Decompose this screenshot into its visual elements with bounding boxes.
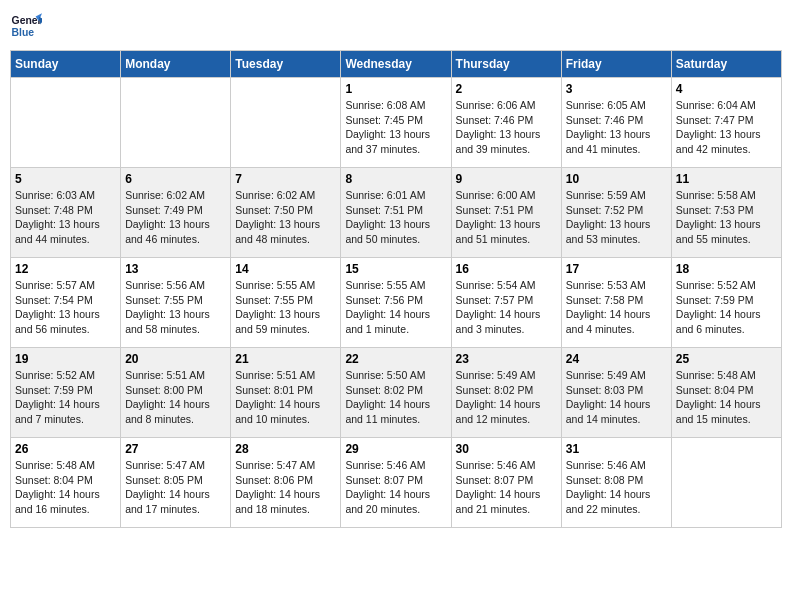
calendar-cell: 11Sunrise: 5:58 AM Sunset: 7:53 PM Dayli… [671, 168, 781, 258]
logo-icon: General Blue [10, 10, 42, 42]
day-info: Sunrise: 5:52 AM Sunset: 7:59 PM Dayligh… [676, 278, 777, 337]
day-number: 26 [15, 442, 116, 456]
calendar-cell [11, 78, 121, 168]
day-info: Sunrise: 6:01 AM Sunset: 7:51 PM Dayligh… [345, 188, 446, 247]
weekday-header-row: SundayMondayTuesdayWednesdayThursdayFrid… [11, 51, 782, 78]
day-number: 22 [345, 352, 446, 366]
day-number: 19 [15, 352, 116, 366]
calendar-cell: 21Sunrise: 5:51 AM Sunset: 8:01 PM Dayli… [231, 348, 341, 438]
day-info: Sunrise: 5:55 AM Sunset: 7:56 PM Dayligh… [345, 278, 446, 337]
week-row-3: 12Sunrise: 5:57 AM Sunset: 7:54 PM Dayli… [11, 258, 782, 348]
calendar-cell: 6Sunrise: 6:02 AM Sunset: 7:49 PM Daylig… [121, 168, 231, 258]
weekday-header-monday: Monday [121, 51, 231, 78]
day-number: 9 [456, 172, 557, 186]
day-number: 14 [235, 262, 336, 276]
day-info: Sunrise: 5:49 AM Sunset: 8:03 PM Dayligh… [566, 368, 667, 427]
calendar-cell: 2Sunrise: 6:06 AM Sunset: 7:46 PM Daylig… [451, 78, 561, 168]
day-number: 28 [235, 442, 336, 456]
calendar-cell: 15Sunrise: 5:55 AM Sunset: 7:56 PM Dayli… [341, 258, 451, 348]
weekday-header-thursday: Thursday [451, 51, 561, 78]
day-info: Sunrise: 5:52 AM Sunset: 7:59 PM Dayligh… [15, 368, 116, 427]
calendar-cell: 5Sunrise: 6:03 AM Sunset: 7:48 PM Daylig… [11, 168, 121, 258]
day-info: Sunrise: 5:46 AM Sunset: 8:07 PM Dayligh… [345, 458, 446, 517]
calendar-cell: 14Sunrise: 5:55 AM Sunset: 7:55 PM Dayli… [231, 258, 341, 348]
calendar-cell: 24Sunrise: 5:49 AM Sunset: 8:03 PM Dayli… [561, 348, 671, 438]
day-info: Sunrise: 5:50 AM Sunset: 8:02 PM Dayligh… [345, 368, 446, 427]
calendar-cell: 28Sunrise: 5:47 AM Sunset: 8:06 PM Dayli… [231, 438, 341, 528]
day-number: 23 [456, 352, 557, 366]
weekday-header-friday: Friday [561, 51, 671, 78]
day-number: 15 [345, 262, 446, 276]
day-info: Sunrise: 5:54 AM Sunset: 7:57 PM Dayligh… [456, 278, 557, 337]
page-header: General Blue [10, 10, 782, 42]
day-number: 16 [456, 262, 557, 276]
day-number: 13 [125, 262, 226, 276]
calendar-cell: 1Sunrise: 6:08 AM Sunset: 7:45 PM Daylig… [341, 78, 451, 168]
day-info: Sunrise: 5:48 AM Sunset: 8:04 PM Dayligh… [15, 458, 116, 517]
day-info: Sunrise: 5:46 AM Sunset: 8:08 PM Dayligh… [566, 458, 667, 517]
day-info: Sunrise: 6:04 AM Sunset: 7:47 PM Dayligh… [676, 98, 777, 157]
day-number: 27 [125, 442, 226, 456]
day-number: 3 [566, 82, 667, 96]
day-number: 6 [125, 172, 226, 186]
calendar-cell: 23Sunrise: 5:49 AM Sunset: 8:02 PM Dayli… [451, 348, 561, 438]
calendar-cell: 10Sunrise: 5:59 AM Sunset: 7:52 PM Dayli… [561, 168, 671, 258]
logo: General Blue [10, 10, 46, 42]
calendar-cell: 26Sunrise: 5:48 AM Sunset: 8:04 PM Dayli… [11, 438, 121, 528]
day-info: Sunrise: 5:53 AM Sunset: 7:58 PM Dayligh… [566, 278, 667, 337]
day-number: 1 [345, 82, 446, 96]
calendar-cell: 9Sunrise: 6:00 AM Sunset: 7:51 PM Daylig… [451, 168, 561, 258]
day-number: 30 [456, 442, 557, 456]
calendar-cell [121, 78, 231, 168]
calendar-cell: 29Sunrise: 5:46 AM Sunset: 8:07 PM Dayli… [341, 438, 451, 528]
day-number: 12 [15, 262, 116, 276]
day-info: Sunrise: 5:55 AM Sunset: 7:55 PM Dayligh… [235, 278, 336, 337]
calendar-cell: 4Sunrise: 6:04 AM Sunset: 7:47 PM Daylig… [671, 78, 781, 168]
calendar-cell: 17Sunrise: 5:53 AM Sunset: 7:58 PM Dayli… [561, 258, 671, 348]
weekday-header-tuesday: Tuesday [231, 51, 341, 78]
day-number: 18 [676, 262, 777, 276]
day-info: Sunrise: 6:06 AM Sunset: 7:46 PM Dayligh… [456, 98, 557, 157]
day-number: 20 [125, 352, 226, 366]
day-info: Sunrise: 5:48 AM Sunset: 8:04 PM Dayligh… [676, 368, 777, 427]
calendar-cell: 12Sunrise: 5:57 AM Sunset: 7:54 PM Dayli… [11, 258, 121, 348]
week-row-5: 26Sunrise: 5:48 AM Sunset: 8:04 PM Dayli… [11, 438, 782, 528]
calendar-cell: 19Sunrise: 5:52 AM Sunset: 7:59 PM Dayli… [11, 348, 121, 438]
calendar-cell: 31Sunrise: 5:46 AM Sunset: 8:08 PM Dayli… [561, 438, 671, 528]
day-number: 10 [566, 172, 667, 186]
calendar-cell [231, 78, 341, 168]
day-info: Sunrise: 5:46 AM Sunset: 8:07 PM Dayligh… [456, 458, 557, 517]
day-number: 2 [456, 82, 557, 96]
calendar-cell: 30Sunrise: 5:46 AM Sunset: 8:07 PM Dayli… [451, 438, 561, 528]
day-number: 21 [235, 352, 336, 366]
day-info: Sunrise: 6:00 AM Sunset: 7:51 PM Dayligh… [456, 188, 557, 247]
day-info: Sunrise: 5:51 AM Sunset: 8:01 PM Dayligh… [235, 368, 336, 427]
day-info: Sunrise: 6:03 AM Sunset: 7:48 PM Dayligh… [15, 188, 116, 247]
day-info: Sunrise: 5:56 AM Sunset: 7:55 PM Dayligh… [125, 278, 226, 337]
day-info: Sunrise: 5:47 AM Sunset: 8:06 PM Dayligh… [235, 458, 336, 517]
day-info: Sunrise: 6:02 AM Sunset: 7:49 PM Dayligh… [125, 188, 226, 247]
calendar-cell: 16Sunrise: 5:54 AM Sunset: 7:57 PM Dayli… [451, 258, 561, 348]
day-number: 11 [676, 172, 777, 186]
day-number: 7 [235, 172, 336, 186]
day-info: Sunrise: 5:49 AM Sunset: 8:02 PM Dayligh… [456, 368, 557, 427]
calendar-cell: 13Sunrise: 5:56 AM Sunset: 7:55 PM Dayli… [121, 258, 231, 348]
day-number: 29 [345, 442, 446, 456]
calendar-cell: 25Sunrise: 5:48 AM Sunset: 8:04 PM Dayli… [671, 348, 781, 438]
day-number: 8 [345, 172, 446, 186]
day-info: Sunrise: 5:47 AM Sunset: 8:05 PM Dayligh… [125, 458, 226, 517]
day-info: Sunrise: 6:05 AM Sunset: 7:46 PM Dayligh… [566, 98, 667, 157]
calendar-cell: 7Sunrise: 6:02 AM Sunset: 7:50 PM Daylig… [231, 168, 341, 258]
calendar-cell: 18Sunrise: 5:52 AM Sunset: 7:59 PM Dayli… [671, 258, 781, 348]
day-info: Sunrise: 6:08 AM Sunset: 7:45 PM Dayligh… [345, 98, 446, 157]
day-number: 24 [566, 352, 667, 366]
day-info: Sunrise: 5:57 AM Sunset: 7:54 PM Dayligh… [15, 278, 116, 337]
calendar-cell [671, 438, 781, 528]
day-info: Sunrise: 5:51 AM Sunset: 8:00 PM Dayligh… [125, 368, 226, 427]
calendar-cell: 22Sunrise: 5:50 AM Sunset: 8:02 PM Dayli… [341, 348, 451, 438]
calendar-cell: 20Sunrise: 5:51 AM Sunset: 8:00 PM Dayli… [121, 348, 231, 438]
calendar-cell: 27Sunrise: 5:47 AM Sunset: 8:05 PM Dayli… [121, 438, 231, 528]
day-info: Sunrise: 5:58 AM Sunset: 7:53 PM Dayligh… [676, 188, 777, 247]
weekday-header-wednesday: Wednesday [341, 51, 451, 78]
day-number: 25 [676, 352, 777, 366]
